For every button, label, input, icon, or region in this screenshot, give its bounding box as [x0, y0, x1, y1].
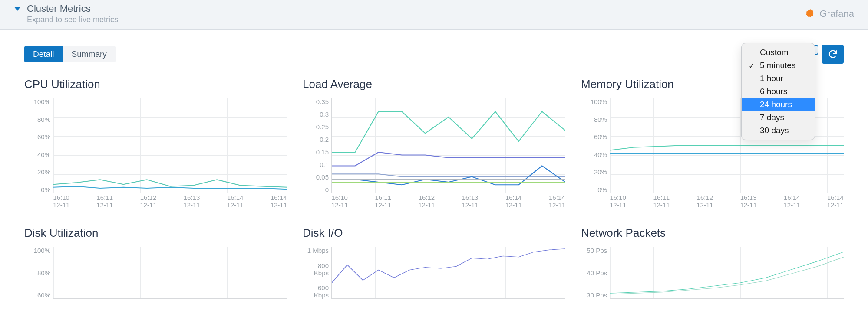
time-option[interactable]: 1 hour — [742, 72, 815, 85]
chart-canvas[interactable] — [53, 247, 287, 299]
chart-canvas[interactable] — [610, 247, 844, 299]
grafana-link[interactable]: Grafana — [804, 8, 855, 20]
chart-title: Network Packets — [581, 226, 844, 240]
chart-title: Disk Utilization — [24, 226, 287, 240]
chart-title: CPU Utilization — [24, 78, 287, 91]
chart-net: Network Packets50 Pps40 Pps30 Pps — [581, 226, 844, 299]
refresh-button[interactable] — [822, 45, 844, 64]
y-axis: 100%80%60%40%20%0% — [24, 98, 53, 193]
chart-canvas[interactable] — [331, 98, 565, 193]
time-option[interactable]: ✓5 minutes — [742, 59, 815, 72]
y-axis: 0.350.30.250.20.150.10.050 — [303, 98, 331, 193]
header-title: Cluster Metrics — [27, 3, 118, 14]
tab-summary[interactable]: Summary — [63, 46, 116, 62]
chart-title: Disk I/O — [303, 226, 565, 240]
grafana-label: Grafana — [820, 8, 855, 20]
time-option[interactable]: 6 hours — [742, 85, 815, 98]
view-tabs: Detail Summary — [24, 46, 116, 62]
time-option[interactable]: 7 days — [742, 111, 815, 124]
chart-io: Disk I/O1 Mbps800 Kbps600 Kbps — [303, 226, 565, 299]
refresh-icon — [828, 49, 838, 59]
y-axis: 100%80%60%40%20%0% — [581, 98, 610, 193]
time-option[interactable]: Custom — [742, 46, 815, 59]
x-axis: 16:1012-1116:1112-1116:1212-1116:1312-11… — [331, 194, 565, 211]
tab-detail[interactable]: Detail — [24, 46, 63, 62]
y-axis: 1 Mbps800 Kbps600 Kbps — [303, 247, 331, 299]
chart-title: Load Average — [303, 78, 565, 91]
chart-cpu: CPU Utilization100%80%60%40%20%0%16:1012… — [24, 78, 287, 211]
chart-canvas[interactable] — [53, 98, 287, 193]
grafana-icon — [804, 8, 816, 20]
y-axis: 50 Pps40 Pps30 Pps — [581, 247, 610, 299]
x-axis: 16:1012-1116:1112-1116:1212-1116:1312-11… — [53, 194, 287, 211]
time-range-dropdown[interactable]: Custom✓5 minutes1 hour6 hours24 hours7 d… — [741, 43, 815, 140]
header-subtitle: Expand to see live metrics — [27, 15, 118, 24]
chart-canvas[interactable] — [331, 247, 565, 299]
chart-load: Load Average0.350.30.250.20.150.10.05016… — [303, 78, 565, 211]
y-axis: 100%80%60% — [24, 247, 53, 299]
expand-toggle-icon[interactable] — [14, 7, 21, 11]
x-axis: 16:1012-1116:1112-1116:1212-1116:1312-11… — [610, 194, 844, 211]
time-option[interactable]: 30 days — [742, 124, 815, 137]
time-option[interactable]: 24 hours — [742, 98, 815, 111]
cluster-metrics-header: Cluster Metrics Expand to see live metri… — [0, 0, 868, 30]
chart-disk: Disk Utilization100%80%60% — [24, 226, 287, 299]
